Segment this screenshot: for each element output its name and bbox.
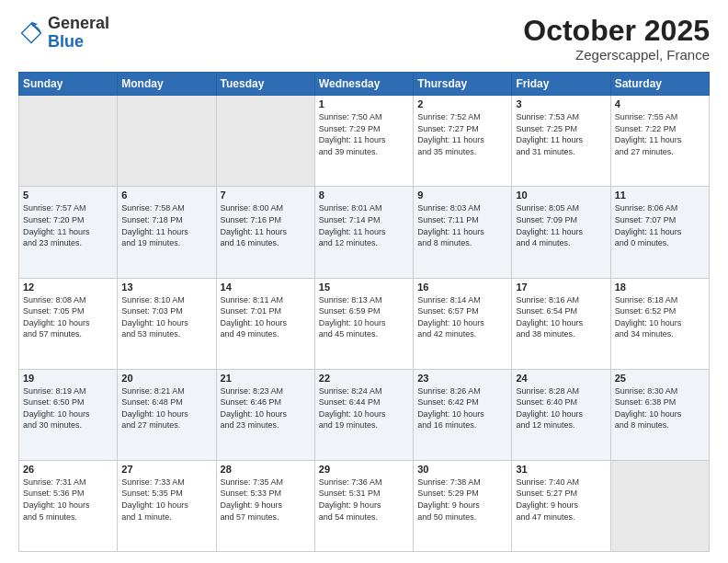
day-number: 2 [417,98,507,109]
day-number: 14 [221,282,311,293]
table-row: 18Sunrise: 8:18 AM Sunset: 6:52 PM Dayli… [610,278,709,369]
table-row: 5Sunrise: 7:57 AM Sunset: 7:20 PM Daylig… [19,187,118,278]
day-info: Sunrise: 8:23 AM Sunset: 6:46 PM Dayligh… [221,385,311,431]
table-row: 17Sunrise: 8:16 AM Sunset: 6:54 PM Dayli… [512,278,610,369]
day-number: 21 [221,373,311,384]
table-row: 4Sunrise: 7:55 AM Sunset: 7:22 PM Daylig… [610,96,709,187]
day-info: Sunrise: 8:11 AM Sunset: 7:01 PM Dayligh… [221,294,311,340]
table-row: 22Sunrise: 8:24 AM Sunset: 6:44 PM Dayli… [314,369,413,460]
logo: General Blue [18,15,109,52]
table-row: 15Sunrise: 8:13 AM Sunset: 6:59 PM Dayli… [314,278,413,369]
day-number: 31 [516,464,606,475]
table-row: 25Sunrise: 8:30 AM Sunset: 6:38 PM Dayli… [610,369,709,460]
day-number: 6 [121,190,211,201]
day-info: Sunrise: 8:01 AM Sunset: 7:14 PM Dayligh… [319,202,409,248]
calendar-header-row: Sunday Monday Tuesday Wednesday Thursday… [19,73,710,96]
calendar-week-4: 26Sunrise: 7:31 AM Sunset: 5:36 PM Dayli… [19,460,710,551]
header-thursday: Thursday [414,73,512,96]
calendar-week-1: 5Sunrise: 7:57 AM Sunset: 7:20 PM Daylig… [19,187,710,278]
header-tuesday: Tuesday [216,73,314,96]
day-number: 12 [23,282,113,293]
table-row [610,460,709,551]
day-number: 15 [319,282,409,293]
day-number: 28 [221,464,311,475]
logo-blue-text: Blue [48,33,109,52]
table-row [118,96,216,187]
day-number: 20 [121,373,211,384]
table-row: 23Sunrise: 8:26 AM Sunset: 6:42 PM Dayli… [414,369,512,460]
day-info: Sunrise: 7:35 AM Sunset: 5:33 PM Dayligh… [221,477,311,523]
table-row: 6Sunrise: 7:58 AM Sunset: 7:18 PM Daylig… [118,187,216,278]
day-info: Sunrise: 8:06 AM Sunset: 7:07 PM Dayligh… [615,202,705,248]
calendar: Sunday Monday Tuesday Wednesday Thursday… [18,72,710,552]
day-number: 27 [121,464,211,475]
day-number: 11 [615,190,705,201]
day-number: 4 [615,98,705,109]
table-row: 14Sunrise: 8:11 AM Sunset: 7:01 PM Dayli… [216,278,314,369]
calendar-week-2: 12Sunrise: 8:08 AM Sunset: 7:05 PM Dayli… [19,278,710,369]
day-info: Sunrise: 8:26 AM Sunset: 6:42 PM Dayligh… [417,385,507,431]
day-info: Sunrise: 7:57 AM Sunset: 7:20 PM Dayligh… [23,202,113,248]
day-number: 5 [23,190,113,201]
day-info: Sunrise: 8:14 AM Sunset: 6:57 PM Dayligh… [417,294,507,340]
table-row: 19Sunrise: 8:19 AM Sunset: 6:50 PM Dayli… [19,369,118,460]
table-row: 21Sunrise: 8:23 AM Sunset: 6:46 PM Dayli… [216,369,314,460]
table-row [216,96,314,187]
table-row: 12Sunrise: 8:08 AM Sunset: 7:05 PM Dayli… [19,278,118,369]
table-row: 8Sunrise: 8:01 AM Sunset: 7:14 PM Daylig… [314,187,413,278]
day-number: 23 [417,373,507,384]
day-info: Sunrise: 8:16 AM Sunset: 6:54 PM Dayligh… [516,294,606,340]
day-number: 22 [319,373,409,384]
day-number: 24 [516,373,606,384]
day-number: 18 [615,282,705,293]
day-number: 9 [417,190,507,201]
location: Zegerscappel, France [523,47,710,63]
day-number: 3 [516,98,606,109]
table-row: 3Sunrise: 7:53 AM Sunset: 7:25 PM Daylig… [512,96,610,187]
header-friday: Friday [512,73,610,96]
table-row [19,96,118,187]
day-info: Sunrise: 8:03 AM Sunset: 7:11 PM Dayligh… [417,202,507,248]
day-info: Sunrise: 7:40 AM Sunset: 5:27 PM Dayligh… [516,477,606,523]
day-info: Sunrise: 8:30 AM Sunset: 6:38 PM Dayligh… [615,385,705,431]
calendar-week-0: 1Sunrise: 7:50 AM Sunset: 7:29 PM Daylig… [19,96,710,187]
month-title: October 2025 [523,15,710,47]
day-number: 16 [417,282,507,293]
title-block: October 2025 Zegerscappel, France [523,15,710,63]
day-number: 19 [23,373,113,384]
logo-general-text: General [48,15,109,33]
day-info: Sunrise: 8:19 AM Sunset: 6:50 PM Dayligh… [23,385,113,431]
table-row: 24Sunrise: 8:28 AM Sunset: 6:40 PM Dayli… [512,369,610,460]
table-row: 2Sunrise: 7:52 AM Sunset: 7:27 PM Daylig… [414,96,512,187]
day-info: Sunrise: 7:52 AM Sunset: 7:27 PM Dayligh… [417,111,507,157]
day-info: Sunrise: 8:08 AM Sunset: 7:05 PM Dayligh… [23,294,113,340]
day-info: Sunrise: 8:10 AM Sunset: 7:03 PM Dayligh… [121,294,211,340]
table-row: 29Sunrise: 7:36 AM Sunset: 5:31 PM Dayli… [314,460,413,551]
day-number: 30 [417,464,507,475]
day-number: 10 [516,190,606,201]
table-row: 26Sunrise: 7:31 AM Sunset: 5:36 PM Dayli… [19,460,118,551]
day-number: 17 [516,282,606,293]
day-info: Sunrise: 7:58 AM Sunset: 7:18 PM Dayligh… [121,202,211,248]
table-row: 9Sunrise: 8:03 AM Sunset: 7:11 PM Daylig… [414,187,512,278]
table-row: 1Sunrise: 7:50 AM Sunset: 7:29 PM Daylig… [314,96,413,187]
day-info: Sunrise: 7:36 AM Sunset: 5:31 PM Dayligh… [319,477,409,523]
logo-text: General Blue [48,15,109,52]
table-row: 13Sunrise: 8:10 AM Sunset: 7:03 PM Dayli… [118,278,216,369]
table-row: 10Sunrise: 8:05 AM Sunset: 7:09 PM Dayli… [512,187,610,278]
header: General Blue October 2025 Zegerscappel, … [18,15,710,63]
day-info: Sunrise: 8:05 AM Sunset: 7:09 PM Dayligh… [516,202,606,248]
day-info: Sunrise: 8:21 AM Sunset: 6:48 PM Dayligh… [121,385,211,431]
day-number: 25 [615,373,705,384]
day-info: Sunrise: 8:00 AM Sunset: 7:16 PM Dayligh… [221,202,311,248]
day-info: Sunrise: 8:13 AM Sunset: 6:59 PM Dayligh… [319,294,409,340]
day-info: Sunrise: 7:55 AM Sunset: 7:22 PM Dayligh… [615,111,705,157]
day-number: 26 [23,464,113,475]
header-saturday: Saturday [610,73,709,96]
logo-icon [18,20,44,46]
calendar-week-3: 19Sunrise: 8:19 AM Sunset: 6:50 PM Dayli… [19,369,710,460]
day-number: 1 [319,98,409,109]
day-info: Sunrise: 7:50 AM Sunset: 7:29 PM Dayligh… [319,111,409,157]
page: General Blue October 2025 Zegerscappel, … [0,0,728,563]
table-row: 7Sunrise: 8:00 AM Sunset: 7:16 PM Daylig… [216,187,314,278]
